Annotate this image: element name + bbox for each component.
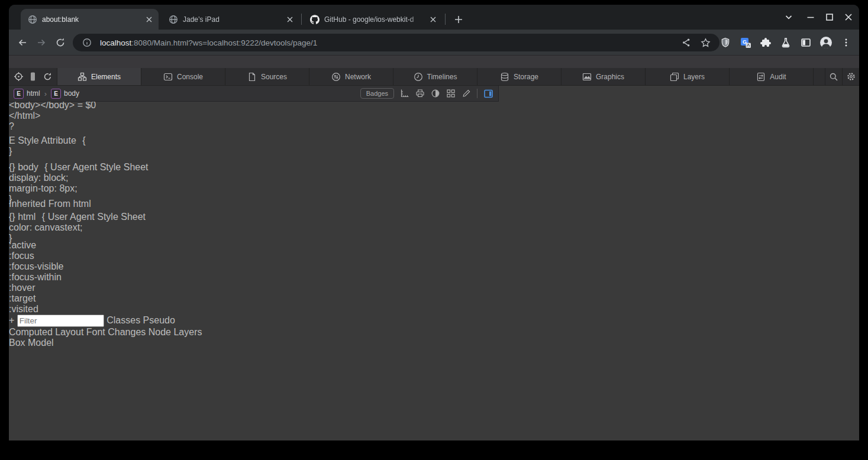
tab-font[interactable]: Font (86, 327, 105, 337)
tab-layers[interactable]: Layers (173, 327, 202, 337)
breadcrumb-item-html[interactable]: html (27, 89, 40, 98)
inherited-from-header: Inherited From html (9, 199, 859, 209)
tab-layout[interactable]: Layout (55, 327, 83, 337)
tab-elements[interactable]: Elements (57, 68, 141, 85)
tab-audit[interactable]: Audit (730, 68, 814, 85)
reload-icon[interactable] (52, 34, 69, 51)
browser-tab-about-blank[interactable]: about:blank (21, 9, 159, 30)
help-button[interactable]: ? (9, 121, 859, 132)
forward-icon[interactable] (33, 34, 50, 51)
styles-bottom-bar: + Classes Pseudo (9, 315, 859, 327)
close-icon[interactable] (285, 15, 295, 24)
extensions-puzzle-icon[interactable] (757, 34, 774, 51)
network-icon (331, 72, 341, 82)
sidebar-toggle-icon[interactable] (483, 89, 493, 99)
tab-title: GitHub - google/ios-webkit-d (324, 15, 424, 24)
css-property[interactable]: display: block; (9, 173, 859, 183)
rule-badge-icon: {} (9, 212, 15, 222)
add-rule-button[interactable]: + (9, 315, 14, 325)
styles-panel: E Style Attribute { } {} body { User Age… (9, 132, 859, 327)
contrast-icon[interactable] (431, 89, 440, 98)
close-window-icon[interactable] (841, 10, 856, 24)
print-icon[interactable] (415, 89, 425, 98)
menu-kebab-icon[interactable] (838, 34, 854, 51)
minimize-icon[interactable] (804, 10, 818, 24)
pseudo-checkbox-focus[interactable]: :focus (9, 251, 859, 261)
tab-network[interactable]: Network (309, 68, 393, 85)
browser-window: about:blank Jade’s iPad GitHub - google/… (9, 5, 859, 440)
box-model-header[interactable]: Box Model (9, 338, 859, 348)
details-sidebar: Computed Layout Font Changes Node Layers… (9, 327, 859, 440)
gear-icon[interactable] (842, 68, 859, 85)
body-rule[interactable]: {} body { User Agent Style Sheet display… (9, 160, 859, 199)
css-property[interactable]: color: canvastext; (9, 222, 859, 233)
toolbar-divider (477, 89, 477, 98)
pseudo-checkbox-active[interactable]: :active (9, 240, 859, 251)
page-top-band (9, 55, 859, 68)
tab-console[interactable]: Console (141, 68, 225, 85)
tab-search-chevron-down-icon[interactable] (782, 10, 796, 24)
tab-label: Audit (770, 73, 786, 81)
classes-button[interactable]: Classes (107, 315, 140, 325)
box-model-position[interactable] (9, 348, 156, 440)
browser-tab-jades-ipad[interactable]: Jade’s iPad (162, 9, 299, 30)
breadcrumb: E html › E body Badges (9, 86, 499, 102)
flask-extension-icon[interactable] (777, 34, 794, 51)
github-icon (310, 15, 320, 24)
pseudo-checkbox-target[interactable]: :target (9, 293, 859, 304)
browser-tab-github[interactable]: GitHub - google/ios-webkit-d (303, 9, 443, 30)
share-icon[interactable] (679, 35, 693, 50)
style-attribute-rule[interactable]: E Style Attribute { } (9, 132, 859, 160)
tab-computed[interactable]: Computed (9, 327, 53, 337)
pseudo-checkbox-focus-within[interactable]: :focus-within (9, 272, 859, 283)
tab-storage[interactable]: Storage (477, 68, 562, 85)
maximize-icon[interactable] (822, 10, 837, 24)
badges-button[interactable]: Badges (360, 88, 394, 99)
graphics-icon (582, 72, 592, 82)
css-property[interactable]: margin-top: 8px; (9, 183, 859, 194)
tab-node[interactable]: Node (149, 327, 171, 337)
tab-label: Console (177, 73, 203, 81)
tab-changes[interactable]: Changes (108, 327, 146, 337)
edit-pen-icon[interactable] (462, 89, 471, 98)
bookmark-star-icon[interactable] (698, 35, 712, 50)
breadcrumb-separator: › (44, 89, 47, 98)
tab-sources[interactable]: Sources (225, 68, 309, 85)
shield-extension-icon[interactable] (717, 34, 734, 51)
globe-icon (169, 15, 178, 24)
tab-label: Network (345, 73, 371, 81)
html-rule[interactable]: {} html { User Agent Style Sheet color: … (9, 209, 859, 240)
pseudo-checkbox-focus-visible[interactable]: :focus-visible (9, 261, 859, 272)
element-badge-icon: E (14, 89, 24, 99)
tab-timelines[interactable]: Timelines (393, 68, 477, 85)
search-icon[interactable] (825, 68, 842, 85)
inspect-crosshair-icon[interactable] (14, 72, 24, 82)
back-icon[interactable] (14, 34, 31, 51)
translate-extension-icon[interactable]: G (737, 34, 754, 51)
ruler-icon[interactable] (400, 89, 409, 98)
tab-graphics[interactable]: Graphics (562, 68, 646, 85)
new-tab-button[interactable] (451, 12, 466, 27)
breadcrumb-item-body[interactable]: body (64, 89, 79, 98)
rule-badge-icon: {} (9, 162, 15, 172)
tab-layers[interactable]: Layers (646, 68, 730, 85)
close-icon[interactable] (144, 15, 154, 24)
tab-bar-spacer (814, 68, 825, 85)
side-panel-icon[interactable] (798, 34, 814, 51)
pseudo-checkbox-visited[interactable]: :visited (9, 304, 859, 315)
device-icon[interactable] (28, 72, 38, 82)
tab-strip: about:blank Jade’s iPad GitHub - google/… (9, 5, 859, 30)
browser-toolbar: localhost:8080/Main.html?ws=localhost:92… (9, 30, 859, 55)
pseudo-checkbox-hover[interactable]: :hover (9, 283, 859, 293)
grid-overlay-icon[interactable] (446, 89, 456, 98)
pseudo-button[interactable]: Pseudo (143, 315, 175, 325)
close-icon[interactable] (428, 15, 438, 24)
inspector-quick-tools (9, 68, 57, 85)
styles-filter-input[interactable] (17, 315, 104, 327)
url-bar[interactable]: localhost:8080/Main.html?ws=localhost:92… (73, 34, 719, 51)
dom-node-html-close[interactable]: </html> (9, 111, 859, 121)
inherited-html-link[interactable]: html (73, 199, 91, 209)
profile-avatar[interactable] (818, 34, 834, 51)
info-icon[interactable] (80, 35, 94, 50)
page-reload-icon[interactable] (43, 72, 53, 82)
